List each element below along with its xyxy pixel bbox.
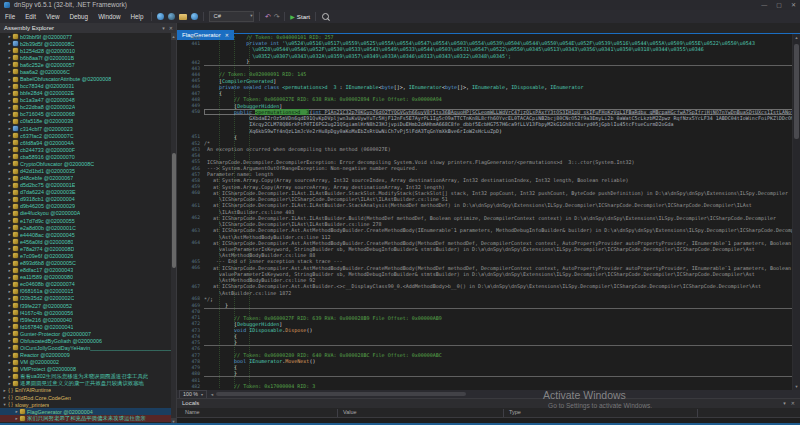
tree-item[interactable]: ▸e8dfac17 @02000043 <box>0 267 176 274</box>
expander-icon[interactable]: ▸ <box>7 91 12 96</box>
editor-vertical-scrollbar[interactable]: ▲ ▼ <box>792 34 800 390</box>
tree-item[interactable]: ▸b2b39d5f @0200008C <box>0 40 176 47</box>
close-button[interactable]: ✕ <box>791 0 796 10</box>
code-view[interactable]: 440 // Token: 0x04000101 RID: 257441 pri… <box>177 34 793 390</box>
tree-item[interactable]: ▸Reactor @02000009 <box>0 352 176 359</box>
tree-item[interactable]: ▸e893d6b8 @0200005C <box>0 260 176 267</box>
tree-item[interactable]: ▸f068161a @02000015 <box>0 288 176 295</box>
tree-item[interactable]: ▸bc22dba8 @0200002A <box>0 104 176 111</box>
panel-menu-icon[interactable]: ▾ <box>162 23 165 33</box>
tree-item[interactable]: ▸d42d1bd1 @02000035 <box>0 167 176 174</box>
code-line[interactable]: 482 // Token: 0x17000004 RID: 3 <box>177 383 793 389</box>
menu-help[interactable]: Help <box>126 13 149 20</box>
expander-icon[interactable]: ▸ <box>7 48 12 53</box>
expander-icon[interactable]: ▸ <box>7 331 12 336</box>
expander-icon[interactable]: ▸ <box>7 282 12 287</box>
tree-item[interactable]: ▸d7da6224 @0200003E <box>0 189 176 196</box>
tree-item[interactable]: ▸c314cbf7 @02000023 <box>0 125 176 132</box>
tree-item[interactable]: ▸c0fa518e @02000038 <box>0 118 176 125</box>
column-name[interactable]: Name <box>185 409 200 415</box>
expander-icon[interactable]: ▸ <box>7 133 12 138</box>
tree-item[interactable]: ▸f20b35d2 @0200002C <box>0 295 176 302</box>
expander-icon[interactable]: ▸ <box>7 360 12 365</box>
expander-icon[interactable]: ▸ <box>7 197 12 202</box>
tree-item[interactable]: ▸d9b46205 @02000029 <box>0 203 176 210</box>
tree-item[interactable]: ▸d48cebfe @02000067 <box>0 175 176 182</box>
tree-item[interactable]: ▸e17d7d9c @02000055 <box>0 217 176 224</box>
tree-item[interactable]: ▸d9318cb1 @02000004 <box>0 196 176 203</box>
tree-item[interactable]: ▸{ }EnlYAIRuntime <box>0 387 176 394</box>
expander-icon[interactable]: ▸ <box>7 105 12 110</box>
expander-icon[interactable]: ▸ <box>7 147 12 152</box>
tree-item[interactable]: ▸c637fac2 @0200007C <box>0 132 176 139</box>
tree-item[interactable]: ▸d5d2bc75 @0200001E <box>0 182 176 189</box>
expander-icon[interactable]: ▸ <box>7 296 12 301</box>
tree-scrollbar[interactable]: ▲ ▼ <box>171 33 176 425</box>
expander-icon[interactable]: ▸ <box>7 345 12 350</box>
panel-menu-icon[interactable]: ▾ <box>783 399 786 408</box>
expander-icon[interactable]: ▸ <box>7 34 12 39</box>
tree-item[interactable]: ▸e7c09e6f @02000026 <box>0 252 176 259</box>
nav-back-icon[interactable] <box>157 13 164 20</box>
tree-item[interactable]: ▸看看ua302生同乐您移道为未晓误圆圈遥道召李工具此 <box>0 373 176 380</box>
undo-icon[interactable]: ↶ <box>265 12 271 21</box>
tree-item[interactable]: ▸f39fe227 @02000052 <box>0 302 176 309</box>
expander-icon[interactable]: ▸ <box>7 324 12 329</box>
tree-item[interactable]: ▸bcc7834d @02000031 <box>0 83 176 90</box>
expander-icon[interactable]: ▸ <box>7 154 12 159</box>
expander-icon[interactable]: ▸ <box>7 338 12 343</box>
expander-icon[interactable]: ▸ <box>7 183 12 188</box>
expander-icon[interactable]: ▸ <box>7 84 12 89</box>
expander-icon[interactable]: ▸ <box>7 140 12 145</box>
tree-item[interactable]: ▸e456a0fd @02000080 <box>0 238 176 245</box>
scroll-left-icon[interactable]: ◄ <box>210 392 214 397</box>
menu-window[interactable]: Window <box>93 13 125 20</box>
menu-edit[interactable]: Edit <box>20 13 41 20</box>
expander-icon[interactable]: ▸ <box>7 310 12 315</box>
tree-scrollbar-thumb[interactable] <box>172 153 176 268</box>
tree-item[interactable]: ▸ec04608b @02000074 <box>0 281 176 288</box>
reload-icon[interactable] <box>191 13 198 20</box>
horizontal-scrollbar-thumb[interactable] <box>216 392 466 396</box>
tree-item[interactable]: ▸e2a8d00b @0200001C <box>0 224 176 231</box>
open-folder-icon[interactable] <box>179 14 187 20</box>
menu-file[interactable]: File <box>0 13 20 20</box>
expander-icon[interactable]: ▸ <box>7 62 12 67</box>
column-value[interactable]: Value <box>343 409 357 415</box>
tree-item[interactable]: ▸FlagGenerator @02000004 <box>0 408 176 415</box>
expander-icon[interactable]: ▸ <box>7 41 12 46</box>
tree-item[interactable]: ▾{ }slowy_printers <box>0 401 176 408</box>
tree-item[interactable]: ▸{ }OldRod.Core.CodeGen <box>0 394 176 401</box>
tree-item[interactable]: ▸baa6a2 @0200006C <box>0 68 176 75</box>
expander-icon[interactable]: ▸ <box>7 55 12 60</box>
tree-item[interactable]: ▸家们只回努老弟了和克品平骑傭未来攻珠运往唐亲 <box>0 415 176 422</box>
tree-item[interactable]: ▸cb244733 @0200000F <box>0 146 176 153</box>
tree-item[interactable]: ▸OiCuntJollyGoodDayYeHavin______________… <box>0 344 176 351</box>
expander-icon[interactable]: ▸ <box>7 77 12 82</box>
tree-item[interactable]: ▸die4fuckyou @0200000A <box>0 210 176 217</box>
expander-icon[interactable]: ▸ <box>7 98 12 103</box>
restore-button[interactable]: ▢ <box>776 0 782 10</box>
nav-forward-icon[interactable] <box>168 13 175 20</box>
tree-item[interactable]: ▸fd167840 @02000041 <box>0 323 176 330</box>
tree-item[interactable]: ▸ea11f589 @02000080 <box>0 274 176 281</box>
expander-icon[interactable]: ▸ <box>7 169 12 174</box>
expander-icon[interactable]: ▸ <box>7 225 12 230</box>
expander-icon[interactable]: ▸ <box>7 211 12 216</box>
scroll-up-icon[interactable]: ▲ <box>171 33 176 40</box>
redo-icon[interactable]: ↷ <box>274 12 280 21</box>
expander-icon[interactable]: ▸ <box>7 239 12 244</box>
tree-item[interactable]: ▸VMProtect @02000008 <box>0 366 176 373</box>
scroll-down-icon[interactable]: ▼ <box>793 383 800 390</box>
search-icon[interactable] <box>322 13 329 20</box>
menu-debug[interactable]: Debug <box>65 13 94 20</box>
column-type[interactable]: Type <box>509 409 521 415</box>
expander-icon[interactable]: ▸ <box>7 303 12 308</box>
panel-close-icon[interactable]: ✕ <box>169 23 173 33</box>
tree-item[interactable]: ▸e44408ac @02000045 <box>0 231 176 238</box>
tree-item[interactable]: ▸f4167c4b @02000056 <box>0 309 176 316</box>
tree-item[interactable]: ▸逼果圆圆晃过意义义的康一正共效盘只较满议效塞地 <box>0 380 176 387</box>
expander-icon[interactable]: ▸ <box>7 268 12 273</box>
expander-icon[interactable]: ▸ <box>7 246 12 251</box>
expander-icon[interactable]: ▸ <box>7 289 12 294</box>
